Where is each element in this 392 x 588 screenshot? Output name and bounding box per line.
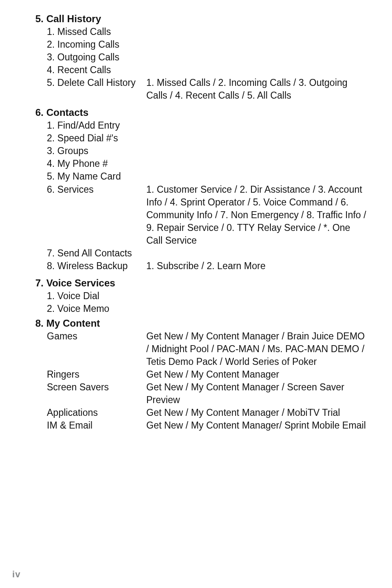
- section-voice-services: 7. Voice Services 1. Voice Dial 2. Voice…: [35, 277, 367, 315]
- s6-item-4: 4. My Phone #: [35, 157, 146, 170]
- section-my-content: 8. My Content Games Get New / My Content…: [35, 318, 367, 432]
- s8-ringers-label: Ringers: [35, 368, 146, 381]
- s8-games-desc: Get New / My Content Manager / Brain Jui…: [146, 330, 367, 368]
- section-contacts: 6. Contacts 1. Find/Add Entry 2. Speed D…: [35, 107, 367, 272]
- s7-item-2: 2. Voice Memo: [35, 302, 146, 315]
- heading-voice-services: 7. Voice Services: [35, 277, 367, 289]
- s8-apps-desc: Get New / My Content Manager / MobiTV Tr…: [146, 406, 367, 419]
- s8-im-label: IM & Email: [35, 419, 146, 432]
- s6-item-8-desc: 1. Subscribe / 2. Learn More: [146, 260, 367, 272]
- s8-ringers-desc: Get New / My Content Manager: [146, 368, 367, 381]
- s8-apps-label: Applications: [35, 406, 146, 419]
- s6-item-8-label: 8. Wireless Backup: [35, 260, 146, 272]
- s6-item-5: 5. My Name Card: [35, 170, 146, 183]
- s6-item-2: 2. Speed Dial #'s: [35, 132, 146, 145]
- s5-item-2: 2. Incoming Calls: [35, 38, 146, 51]
- s8-games-label: Games: [35, 330, 146, 343]
- s6-item-3: 3. Groups: [35, 145, 146, 157]
- s6-item-7: 7. Send All Contacts: [35, 247, 146, 260]
- section-call-history: 5. Call History 1. Missed Calls 2. Incom…: [35, 13, 367, 102]
- s8-savers-label: Screen Savers: [35, 381, 146, 394]
- s6-item-6-desc: 1. Customer Service / 2. Dir Assistance …: [146, 183, 367, 247]
- s5-item-3: 3. Outgoing Calls: [35, 51, 146, 64]
- s5-item-5-label: 5. Delete Call History: [35, 76, 146, 89]
- heading-my-content: 8. My Content: [35, 318, 367, 329]
- s5-item-4: 4. Recent Calls: [35, 64, 146, 76]
- s5-item-1: 1. Missed Calls: [35, 25, 146, 38]
- s6-item-1: 1. Find/Add Entry: [35, 119, 146, 132]
- s5-item-5-desc: 1. Missed Calls / 2. Incoming Calls / 3.…: [146, 76, 367, 102]
- page-number: iv: [0, 569, 33, 580]
- s8-im-desc: Get New / My Content Manager/ Sprint Mob…: [146, 419, 367, 432]
- s8-savers-desc: Get New / My Content Manager / Screen Sa…: [146, 381, 367, 406]
- s7-item-1: 1. Voice Dial: [35, 290, 146, 302]
- heading-contacts: 6. Contacts: [35, 107, 367, 118]
- heading-call-history: 5. Call History: [35, 13, 367, 25]
- page: 5. Call History 1. Missed Calls 2. Incom…: [0, 0, 392, 588]
- s6-item-6-label: 6. Services: [35, 183, 146, 196]
